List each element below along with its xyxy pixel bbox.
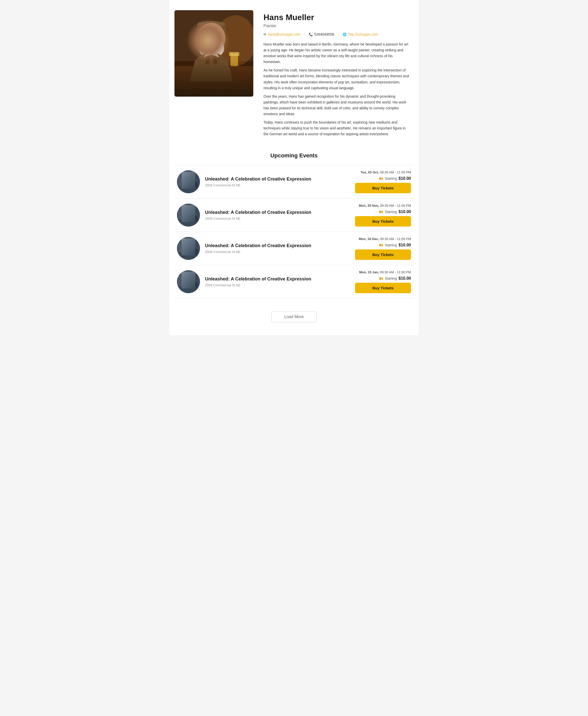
event-right-0: Tue, 03 Oct, 09:30 AM - 11:00 PM 🎫 Start…	[355, 170, 411, 193]
ticket-icon-0: 🎫	[379, 176, 383, 180]
event-image-3	[177, 270, 200, 293]
svg-point-28	[193, 182, 195, 185]
event-details-0: Unleashed: A Celebration of Creative Exp…	[205, 176, 350, 187]
svg-point-6	[195, 25, 228, 34]
buy-tickets-button-2[interactable]: Buy Tickets	[355, 249, 411, 260]
price-amount-0: $10.00	[399, 176, 411, 181]
contact-phone-item: 📞 5264049556	[309, 32, 334, 36]
event-image-2	[177, 237, 200, 260]
event-right-3: Mon, 15 Jan, 09:30 AM - 11:00 PM 🎫 Start…	[355, 270, 411, 293]
svg-point-46	[193, 248, 195, 251]
event-datetime-3: Mon, 15 Jan, 09:30 AM - 11:00 PM	[359, 270, 411, 274]
contact-email-item: ✉ hans@schuppe.com	[264, 32, 300, 36]
profile-photo	[174, 10, 253, 96]
page-wrapper: Hans Mueller Painter ✉ hans@schuppe.com …	[169, 0, 419, 335]
svg-point-10	[198, 38, 224, 59]
event-image-placeholder-1	[177, 204, 200, 226]
svg-point-11	[200, 38, 223, 56]
svg-point-26	[191, 181, 198, 189]
event-time-3: 09:30 AM - 11:00 PM	[380, 270, 411, 274]
load-more-section: Load More	[169, 304, 419, 325]
website-icon: 🌐	[342, 32, 346, 36]
svg-point-53	[191, 281, 198, 288]
event-name-0: Unleashed: A Celebration of Creative Exp…	[205, 176, 350, 182]
price-amount-2: $10.00	[399, 243, 411, 247]
svg-point-18	[218, 36, 219, 37]
svg-point-35	[191, 215, 198, 222]
event-datetime-0: Tue, 03 Oct, 09:30 AM - 11:00 PM	[361, 170, 411, 174]
event-image-placeholder-0	[177, 170, 200, 193]
events-title: Upcoming Events	[174, 152, 414, 159]
svg-point-14	[215, 35, 220, 39]
event-datetime-1: Mon, 20 Nov, 09:30 AM - 11:00 PM	[359, 204, 411, 208]
event-date-2: Mon, 18 Dec,	[359, 237, 379, 241]
svg-rect-36	[193, 217, 195, 221]
event-details-3: Unleashed: A Celebration of Creative Exp…	[205, 276, 350, 287]
phone-number: 5264049556	[314, 32, 334, 36]
svg-point-16	[216, 36, 219, 39]
price-amount-3: $10.00	[399, 276, 411, 281]
event-name-2: Unleashed: A Celebration of Creative Exp…	[205, 243, 350, 248]
ticket-icon-2: 🎫	[379, 243, 383, 247]
profile-photo-placeholder	[174, 10, 253, 96]
email-link[interactable]: hans@schuppe.com	[268, 32, 300, 36]
email-icon: ✉	[264, 32, 266, 36]
buy-tickets-button-0[interactable]: Buy Tickets	[355, 183, 411, 193]
event-location-1: 2509 Commercial St NE	[205, 217, 350, 220]
event-price-row-0: 🎫 Starting $10.00	[379, 176, 411, 181]
event-item-2: Unleashed: A Celebration of Creative Exp…	[174, 232, 414, 265]
buy-tickets-button-3[interactable]: Buy Tickets	[355, 283, 411, 293]
event-image-1	[177, 204, 200, 226]
price-amount-1: $10.00	[399, 210, 411, 214]
svg-point-37	[193, 215, 195, 218]
event-time-2: 09:30 AM - 11:00 PM	[380, 237, 411, 241]
load-more-button[interactable]: Load More	[271, 311, 317, 322]
ticket-icon-3: 🎫	[379, 276, 383, 280]
svg-point-8	[197, 21, 225, 27]
event-time-0: 09:30 AM - 11:00 PM	[380, 170, 411, 174]
profile-section: Hans Mueller Painter ✉ hans@schuppe.com …	[169, 0, 419, 145]
price-starting-1: Starting	[385, 210, 397, 214]
website-link[interactable]: http://schuppe.com	[348, 32, 378, 36]
svg-point-9	[197, 23, 225, 53]
event-time-1: 09:30 AM - 11:00 PM	[380, 204, 411, 208]
event-date-1: Mon, 20 Nov,	[359, 204, 379, 208]
profile-bio: Hans Mueller was born and raised in Berl…	[264, 41, 411, 137]
svg-point-12	[205, 40, 218, 46]
phone-icon: 📞	[309, 32, 313, 36]
event-date-0: Tue, 03 Oct,	[361, 170, 379, 174]
event-price-row-3: 🎫 Starting $10.00	[379, 276, 411, 281]
svg-rect-54	[193, 283, 195, 288]
event-location-0: 2509 Commercial St NE	[205, 183, 350, 187]
event-name-3: Unleashed: A Celebration of Creative Exp…	[205, 276, 350, 282]
event-image-placeholder-3	[177, 270, 200, 293]
price-starting-2: Starting	[385, 243, 397, 247]
bio-paragraph-1: Hans Mueller was born and raised in Berl…	[264, 41, 411, 65]
profile-contacts: ✉ hans@schuppe.com 📞 5264049556 🌐 http:/…	[264, 32, 411, 36]
svg-rect-7	[197, 24, 227, 32]
price-starting-0: Starting	[385, 176, 397, 180]
event-datetime-2: Mon, 18 Dec, 09:30 AM - 11:00 PM	[359, 237, 411, 241]
event-location-2: 2509 Commercial St NE	[205, 250, 350, 254]
svg-rect-31	[179, 207, 193, 218]
svg-rect-22	[179, 174, 193, 185]
svg-rect-40	[179, 240, 193, 252]
events-section: Upcoming Events	[169, 147, 419, 304]
profile-info: Hans Mueller Painter ✉ hans@schuppe.com …	[264, 10, 411, 137]
price-starting-3: Starting	[385, 276, 397, 280]
svg-rect-49	[179, 274, 193, 285]
svg-point-44	[191, 248, 198, 255]
event-price-row-1: 🎫 Starting $10.00	[379, 210, 411, 214]
svg-point-19	[209, 38, 214, 42]
profile-title: Painter	[264, 24, 411, 28]
event-details-2: Unleashed: A Celebration of Creative Exp…	[205, 243, 350, 254]
event-right-2: Mon, 18 Dec, 09:30 AM - 11:00 PM 🎫 Start…	[355, 237, 411, 260]
bio-paragraph-3: Over the years, Hans has gained recognit…	[264, 93, 411, 117]
buy-tickets-button-1[interactable]: Buy Tickets	[355, 216, 411, 226]
event-item-3: Unleashed: A Celebration of Creative Exp…	[174, 265, 414, 299]
event-item: Unleashed: A Celebration of Creative Exp…	[174, 165, 414, 198]
svg-rect-27	[193, 183, 195, 188]
svg-rect-2	[174, 66, 253, 96]
svg-point-17	[206, 36, 207, 37]
event-name-1: Unleashed: A Celebration of Creative Exp…	[205, 210, 350, 215]
